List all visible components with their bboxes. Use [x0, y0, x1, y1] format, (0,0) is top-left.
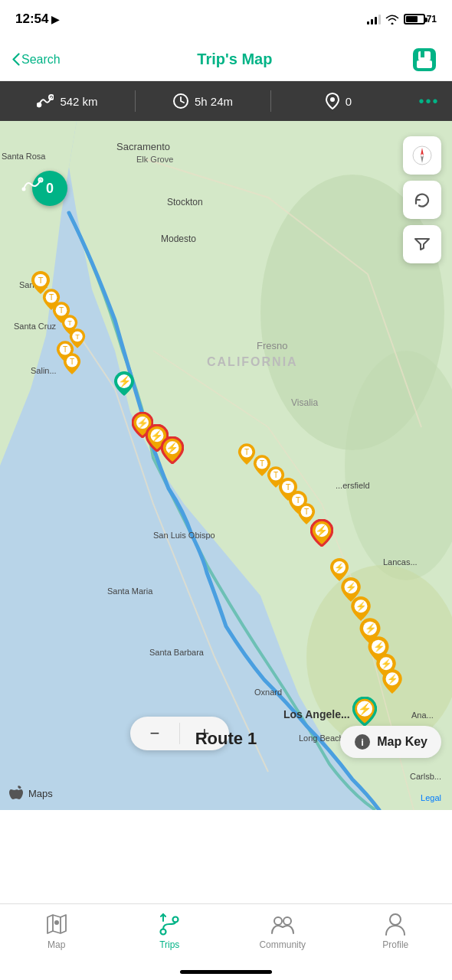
svg-text:Fresno: Fresno: [257, 340, 287, 351]
map-tab-icon: [44, 912, 69, 936]
back-button[interactable]: Search: [12, 53, 61, 67]
tab-map[interactable]: Map: [0, 912, 113, 950]
compass-button[interactable]: [403, 136, 441, 175]
active-charging-pin[interactable]: ⚡: [113, 371, 135, 400]
svg-text:⚡: ⚡: [166, 442, 180, 455]
clock-icon: [173, 93, 188, 109]
pin-marker[interactable]: T: [63, 352, 81, 378]
refresh-icon: [413, 191, 431, 209]
filter-icon: [413, 235, 431, 253]
alert-pin-3[interactable]: ⚡: [161, 436, 184, 467]
svg-text:Santa Barbara: Santa Barbara: [149, 648, 205, 657]
svg-rect-2: [421, 51, 424, 57]
svg-text:CALIFORNIA: CALIFORNIA: [207, 355, 298, 368]
svg-text:i: i: [361, 737, 364, 748]
svg-text:Santa Rosa: Santa Rosa: [2, 152, 46, 161]
map-view[interactable]: Sacramento Elk Grove Stockton Modesto Sa…: [0, 121, 452, 810]
svg-point-92: [54, 920, 59, 925]
svg-text:T: T: [244, 448, 249, 456]
svg-point-7: [330, 97, 335, 102]
save-button[interactable]: [409, 44, 440, 75]
save-icon: [411, 47, 437, 73]
svg-text:⚡: ⚡: [355, 601, 367, 612]
compass-icon: [412, 145, 432, 165]
svg-point-96: [283, 917, 291, 925]
location-arrow-icon: ▶: [51, 14, 59, 25]
map-key-button[interactable]: i Map Key: [340, 726, 441, 758]
svg-text:Visalia: Visalia: [291, 397, 318, 408]
svg-text:⚡: ⚡: [387, 674, 398, 684]
svg-text:⚡: ⚡: [365, 622, 377, 635]
trips-tab-icon: [157, 912, 182, 936]
start-marker[interactable]: 0: [32, 171, 67, 206]
nav-bar: Search Trip's Map: [0, 38, 452, 81]
zoom-out-button[interactable]: −: [130, 717, 179, 750]
svg-text:Stockton: Stockton: [167, 197, 203, 207]
tab-profile-label: Profile: [382, 939, 408, 950]
svg-text:Salin...: Salin...: [31, 366, 57, 375]
svg-point-95: [274, 917, 282, 925]
green-charging-pin[interactable]: ⚡: [352, 697, 377, 729]
svg-text:T: T: [38, 276, 44, 285]
tab-map-label: Map: [47, 939, 65, 950]
tab-community-label: Community: [259, 939, 306, 950]
apple-maps-brand: Maps: [9, 786, 53, 801]
tab-trips[interactable]: Trips: [113, 912, 227, 950]
svg-text:Sacramento: Sacramento: [116, 141, 170, 152]
location-pin-icon: [326, 93, 339, 109]
svg-text:Ana...: Ana...: [411, 710, 434, 720]
route-label: Route 1: [195, 729, 257, 749]
svg-text:⚡: ⚡: [316, 524, 329, 537]
profile-tab-icon: [383, 912, 408, 936]
route-icon: [37, 94, 54, 108]
svg-text:Modesto: Modesto: [161, 234, 196, 244]
svg-text:⚡: ⚡: [346, 582, 357, 593]
distance-info: 542 km: [0, 94, 135, 108]
svg-rect-3: [417, 60, 432, 68]
filter-button[interactable]: [403, 225, 441, 263]
back-chevron-icon: [12, 53, 20, 66]
more-options-button[interactable]: •••: [406, 93, 452, 110]
status-icons: 71: [367, 14, 437, 24]
svg-text:Elk Grove: Elk Grove: [136, 155, 173, 164]
page-title: Trip's Map: [197, 51, 272, 68]
signal-icon: [367, 14, 381, 24]
svg-point-87: [22, 188, 26, 191]
duration-info: 5h 24m: [136, 93, 270, 109]
svg-text:Los Angele...: Los Angele...: [283, 708, 350, 720]
tab-profile[interactable]: Profile: [339, 912, 453, 950]
svg-text:T: T: [260, 459, 264, 468]
apple-logo-icon: [9, 786, 25, 801]
legal-link[interactable]: Legal: [421, 793, 441, 802]
tab-community[interactable]: Community: [226, 912, 339, 950]
svg-text:⚡: ⚡: [118, 375, 132, 388]
svg-text:T: T: [67, 319, 72, 327]
tab-trips-label: Trips: [159, 939, 179, 950]
pin-marker[interactable]: ⚡: [382, 668, 403, 697]
svg-text:Long Beach: Long Beach: [299, 733, 344, 743]
svg-point-97: [390, 914, 401, 925]
svg-text:⚡: ⚡: [373, 641, 385, 653]
battery-icon: 71: [404, 14, 437, 24]
svg-text:⚡: ⚡: [334, 562, 345, 573]
status-time: 12:54 ▶: [15, 11, 59, 27]
trip-info-bar: 542 km 5h 24m 0 •••: [0, 81, 452, 121]
tab-bar: Map Trips Community: [0, 903, 452, 980]
map-controls: [403, 136, 441, 263]
status-bar: 12:54 ▶ 71: [0, 0, 452, 38]
route-start-icon: [21, 177, 44, 192]
info-icon: i: [354, 733, 371, 750]
stops-info: 0: [271, 93, 406, 109]
svg-text:Santa Maria: Santa Maria: [107, 586, 153, 596]
svg-text:T: T: [304, 508, 309, 516]
svg-text:T: T: [70, 358, 74, 366]
refresh-button[interactable]: [403, 181, 441, 219]
alert-pin-4[interactable]: ⚡: [310, 519, 333, 550]
wifi-icon: [385, 14, 399, 24]
map-background: Sacramento Elk Grove Stockton Modesto Sa…: [0, 121, 452, 810]
svg-text:Lancas...: Lancas...: [383, 557, 418, 567]
svg-text:San Luis Obispo: San Luis Obispo: [153, 531, 215, 540]
community-tab-icon: [270, 912, 295, 936]
svg-text:⚡: ⚡: [358, 702, 372, 716]
home-indicator: [180, 970, 272, 974]
